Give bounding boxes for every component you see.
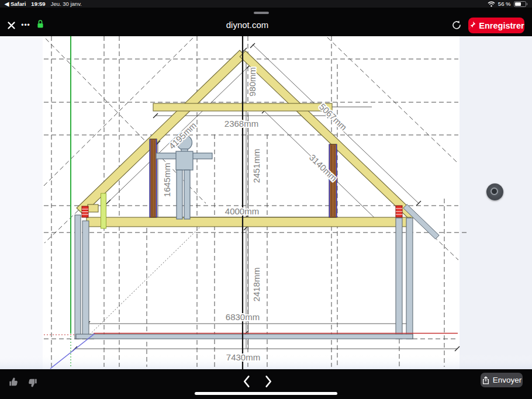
dim-label-7430: 7430mm bbox=[226, 352, 260, 362]
nav-back-button[interactable] bbox=[239, 373, 254, 390]
refresh-icon bbox=[451, 20, 462, 30]
left-eave-block bbox=[88, 204, 98, 212]
green-stud bbox=[101, 193, 106, 228]
dotted-guides bbox=[44, 224, 203, 368]
date: Jeu. 30 janv. bbox=[51, 1, 82, 7]
page-left-margin bbox=[0, 36, 43, 369]
battery-icon bbox=[514, 1, 528, 7]
nav-forward-button[interactable] bbox=[261, 373, 276, 390]
figure-torso bbox=[176, 151, 193, 170]
dim-label-2368: 2368mm bbox=[224, 119, 258, 129]
dim-label-4000: 4000mm bbox=[225, 206, 259, 216]
back-to-app-label[interactable]: ◀ Safari bbox=[5, 1, 26, 7]
browser-toolbar: ••• diynot.com Enregistrer bbox=[0, 8, 532, 36]
thumbs-up-button[interactable] bbox=[6, 374, 21, 389]
save-button-label: Enregistrer bbox=[479, 21, 524, 30]
thumbs-down-icon bbox=[27, 377, 38, 388]
page-right-margin bbox=[460, 36, 532, 369]
page-url: diynot.com bbox=[0, 20, 495, 30]
battery-percent: 56 % bbox=[498, 1, 511, 7]
scroll-knob-icon bbox=[490, 188, 498, 195]
chevron-left-icon bbox=[243, 375, 250, 388]
dim-label-2418: 2418mm bbox=[251, 268, 261, 301]
refresh-button[interactable] bbox=[450, 18, 464, 32]
dim-label-2451: 2451mm bbox=[251, 149, 261, 183]
thumbs-down-button[interactable] bbox=[25, 375, 40, 390]
save-button[interactable]: Enregistrer bbox=[468, 18, 524, 33]
status-bar: ◀ Safari 19:59 Jeu. 30 janv. 56 % bbox=[0, 0, 532, 8]
thumbs-up-icon bbox=[8, 376, 19, 387]
sheet-drag-handle[interactable] bbox=[254, 12, 269, 14]
dim-label-6830: 6830mm bbox=[226, 312, 260, 322]
figure-right-leg bbox=[184, 170, 190, 219]
page-bottom-fade bbox=[0, 354, 532, 369]
scroll-knob[interactable] bbox=[486, 183, 503, 200]
clock: 19:59 bbox=[31, 1, 45, 7]
figure-left-leg bbox=[177, 170, 182, 219]
attic-floor-beam bbox=[87, 217, 411, 227]
wifi-icon bbox=[488, 1, 495, 7]
left-rafter bbox=[77, 50, 246, 214]
base-plate bbox=[76, 334, 413, 339]
web-content: 980mm 2368mm 2451mm 1645mm 4000mm 2418mm… bbox=[0, 36, 532, 369]
right-rafter bbox=[240, 51, 416, 220]
pushpin-icon bbox=[468, 21, 476, 30]
truss-drawing: 980mm 2368mm 2451mm 1645mm 4000mm 2418mm… bbox=[0, 36, 532, 369]
share-icon bbox=[482, 376, 490, 385]
send-button[interactable]: Envoyer bbox=[481, 373, 523, 387]
dim-label-980: 980mm bbox=[247, 67, 257, 96]
chevron-right-icon bbox=[265, 375, 272, 388]
home-indicator[interactable] bbox=[195, 392, 337, 395]
send-button-label: Envoyer bbox=[493, 376, 522, 384]
dim-label-1645: 1645mm bbox=[162, 163, 172, 197]
